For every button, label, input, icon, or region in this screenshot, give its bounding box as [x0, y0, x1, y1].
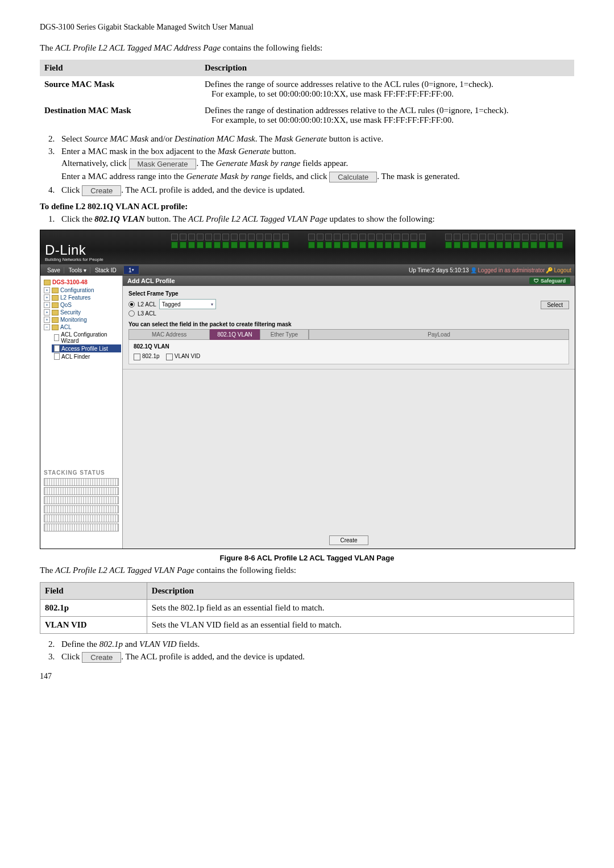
- steps-block-1: Select Source MAC Mask and/or Destinatio…: [57, 134, 574, 196]
- folder-icon: [52, 295, 59, 301]
- toolbar-save[interactable]: Save: [44, 267, 64, 273]
- tree-acl-finder[interactable]: ACL Finder: [52, 352, 121, 360]
- tree-access-profile-list[interactable]: Access Profile List: [52, 344, 121, 352]
- intro-1: The ACL Profile L2 ACL Tagged MAC Addres…: [40, 43, 574, 53]
- th-field: Field: [40, 60, 200, 76]
- page-number: 147: [40, 672, 574, 681]
- file-icon: [54, 345, 60, 352]
- tree-acl[interactable]: ACL: [42, 323, 121, 331]
- t: 802.1p: [99, 639, 123, 649]
- t: fields appear.: [300, 159, 348, 168]
- t: Security: [60, 309, 81, 315]
- folder-icon: [52, 302, 59, 308]
- t: L3 ACL: [138, 310, 156, 317]
- create-button[interactable]: Create: [82, 185, 121, 196]
- radio-l3[interactable]: L3 ACL: [128, 310, 216, 317]
- mask-note: You can select the field in the packet t…: [128, 321, 569, 327]
- tab-payload[interactable]: PayLoad: [309, 329, 569, 340]
- t: ACL Configuration Wizard: [61, 331, 121, 344]
- t: L2 ACL: [138, 301, 156, 308]
- tree-configuration[interactable]: Configuration: [42, 286, 121, 294]
- t: VLAN VID: [139, 639, 176, 649]
- tree-root[interactable]: DGS-3100-48: [42, 278, 121, 286]
- intro1-prefix: The: [40, 43, 55, 52]
- tree-acl-wizard[interactable]: ACL Configuration Wizard: [52, 331, 121, 344]
- intro-2: The ACL Profile L2 ACL Tagged VLAN Page …: [40, 566, 574, 575]
- t: Click: [61, 185, 82, 194]
- row2-field: Destination MAC Mask: [44, 106, 131, 115]
- main-title-bar: Add ACL Profile 🛡 Safeguard: [123, 276, 575, 286]
- t: Alternatively, click: [61, 159, 129, 168]
- toolbar-tools[interactable]: Tools ▾: [65, 267, 90, 273]
- sidebar: DGS-3100-48 Configuration L2 Features Qo…: [40, 276, 123, 549]
- t: fields, and click: [271, 172, 329, 181]
- t: button.: [270, 147, 296, 156]
- t: Generate Mask by range: [216, 159, 301, 168]
- th-desc: Description: [147, 583, 574, 600]
- row2-desc1: Defines the range of destination address…: [205, 106, 570, 115]
- table-row: Destination MAC Mask Defines the range o…: [40, 102, 574, 128]
- table-row: Source MAC Mask Defines the range of sou…: [40, 76, 574, 102]
- t: ACL Profile L2 ACL Tagged VLAN Page: [188, 214, 327, 223]
- stackid-dropdown[interactable]: 1▾: [123, 265, 139, 275]
- tree-security[interactable]: Security: [42, 309, 121, 316]
- logout-icon: 🔑: [546, 267, 553, 273]
- t: . The ACL profile is added, and the devi…: [121, 185, 305, 194]
- tab-802-1q-vlan[interactable]: 802.1Q VLAN: [210, 329, 260, 340]
- t: Mask Generate: [275, 134, 327, 143]
- calculate-button[interactable]: Calculate: [329, 172, 377, 182]
- radio-l2[interactable]: L2 ACL Tagged▾: [128, 299, 216, 309]
- t: The: [40, 566, 55, 575]
- safeguard-badge: 🛡 Safeguard: [529, 277, 570, 284]
- vlan-heading: 802.1Q VLAN: [134, 343, 564, 350]
- radio-icon: [128, 301, 135, 308]
- l2-type-select[interactable]: Tagged▾: [159, 299, 216, 309]
- folder-icon: [44, 280, 51, 285]
- step-3: Enter a MAC mask in the box adjacent to …: [57, 147, 574, 182]
- step-2: Select Source MAC Mask and/or Destinatio…: [57, 134, 574, 144]
- t: Enter a MAC address range into the: [61, 172, 186, 181]
- frame-type-heading: Select Frame Type: [128, 290, 216, 297]
- t: . The ACL profile is added, and the devi…: [121, 652, 305, 661]
- select-button[interactable]: Select: [541, 301, 569, 309]
- checkbox-vlan-vid[interactable]: [166, 354, 173, 360]
- stack-row: [44, 496, 119, 504]
- t: Click: [61, 652, 82, 661]
- tab-mac-address[interactable]: MAC Address: [128, 329, 210, 340]
- mask-generate-button[interactable]: Mask Generate: [129, 159, 197, 169]
- t: VLAN VID: [45, 620, 86, 629]
- t: QoS: [60, 302, 72, 308]
- tree-monitoring[interactable]: Monitoring: [42, 316, 121, 323]
- tree-qos[interactable]: QoS: [42, 301, 121, 309]
- app-toolbar: Save Tools ▾ Stack ID 1▾ Up Time:2 days …: [40, 264, 575, 276]
- create-button-main[interactable]: Create: [329, 535, 368, 545]
- t: . The: [255, 134, 275, 143]
- intro1-suffix: contains the following fields:: [221, 43, 322, 52]
- t: Destination MAC Mask: [175, 134, 255, 143]
- section2-heading: To define L2 802.1Q VLAN ACL profile:: [40, 202, 574, 211]
- loggedin-label: Logged in as administrator: [478, 267, 545, 273]
- t: Configuration: [60, 287, 94, 293]
- th-field: Field: [40, 583, 147, 600]
- checkbox-802-1p[interactable]: [134, 354, 140, 360]
- row2-desc2: For example, to set 00:00:00:00:10:XX, u…: [205, 115, 570, 125]
- t: 802.1p: [45, 603, 69, 612]
- stack-row: [44, 524, 119, 531]
- intro1-em: ACL Profile L2 ACL Tagged MAC Address Pa…: [55, 43, 221, 52]
- t: Click the: [61, 214, 94, 223]
- file-icon: [54, 334, 59, 341]
- logout-link[interactable]: Logout: [554, 267, 571, 273]
- table-vlan-fields: Field Description 802.1p Sets the 802.1p…: [40, 582, 574, 634]
- tree-l2features[interactable]: L2 Features: [42, 294, 121, 301]
- folder-icon: [52, 317, 59, 323]
- tab-ether-type[interactable]: Ether Type: [260, 329, 309, 340]
- vlan-block: 802.1Q VLAN 802.1p VLAN VID: [128, 339, 569, 364]
- uptime-label: Up Time:2 days 5:10:13: [409, 267, 469, 273]
- chevron-down-icon: ▾: [211, 302, 213, 307]
- s2b-step-2: Define the 802.1p and VLAN VID fields.: [57, 639, 574, 649]
- t: Define the: [61, 639, 99, 649]
- create-button-2[interactable]: Create: [82, 652, 121, 663]
- th-desc: Description: [200, 60, 574, 76]
- main-title: Add ACL Profile: [127, 277, 175, 284]
- t: updates to show the following:: [327, 214, 435, 223]
